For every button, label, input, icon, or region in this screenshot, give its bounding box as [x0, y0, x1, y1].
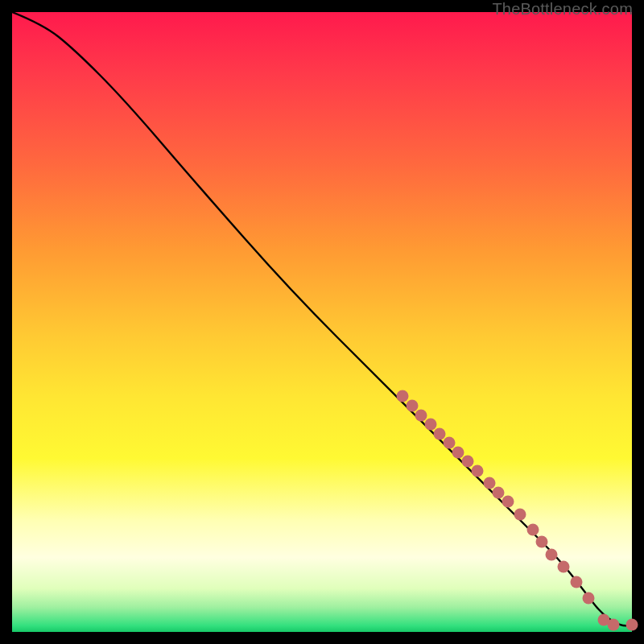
- curve-path: [12, 12, 632, 625]
- data-point: [483, 477, 495, 489]
- data-point: [514, 508, 526, 520]
- data-point: [558, 561, 570, 573]
- data-point: [536, 536, 548, 548]
- data-point: [583, 592, 595, 604]
- data-point: [415, 409, 427, 421]
- data-point: [598, 613, 610, 625]
- data-point: [607, 618, 619, 630]
- data-point: [471, 464, 483, 477]
- plot-area: [12, 12, 632, 632]
- chart-frame: TheBottleneck.com: [0, 0, 644, 644]
- data-point: [526, 523, 539, 535]
- data-point: [424, 419, 436, 431]
- data-point: [397, 390, 409, 402]
- data-point: [570, 576, 582, 588]
- data-point: [502, 496, 514, 508]
- data-point: [443, 437, 455, 449]
- data-point: [406, 399, 418, 411]
- data-point: [452, 446, 464, 458]
- data-point: [626, 618, 638, 630]
- data-point: [545, 548, 557, 560]
- data-point: [434, 427, 446, 440]
- curve-svg: [12, 12, 632, 632]
- data-point: [461, 456, 473, 468]
- data-point: [493, 486, 505, 498]
